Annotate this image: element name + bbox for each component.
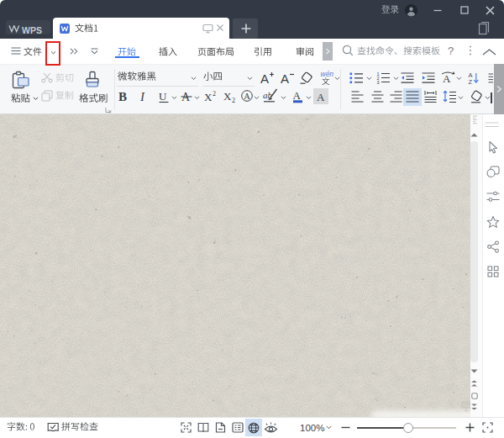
svg-text:U: U — [159, 90, 167, 103]
svg-text:A: A — [443, 72, 451, 85]
svg-text:2: 2 — [213, 90, 216, 98]
svg-text:2: 2 — [232, 97, 235, 103]
svg-text:wén: wén — [321, 70, 334, 77]
svg-text:X: X — [223, 90, 232, 103]
svg-text:?: ? — [448, 45, 454, 57]
svg-text:3: 3 — [377, 80, 380, 84]
svg-text:A: A — [293, 89, 302, 102]
svg-text:B: B — [118, 90, 127, 103]
svg-text:A: A — [317, 91, 325, 103]
svg-text:A: A — [244, 92, 250, 101]
svg-text:WPS: WPS — [22, 25, 42, 34]
svg-text:A: A — [281, 71, 289, 85]
svg-text:Z: Z — [469, 78, 473, 85]
svg-text:X: X — [204, 91, 213, 103]
svg-text:I: I — [140, 90, 145, 103]
svg-text:A: A — [260, 71, 269, 85]
svg-text:ab: ab — [263, 90, 273, 100]
svg-text:100%: 100% — [300, 423, 324, 433]
